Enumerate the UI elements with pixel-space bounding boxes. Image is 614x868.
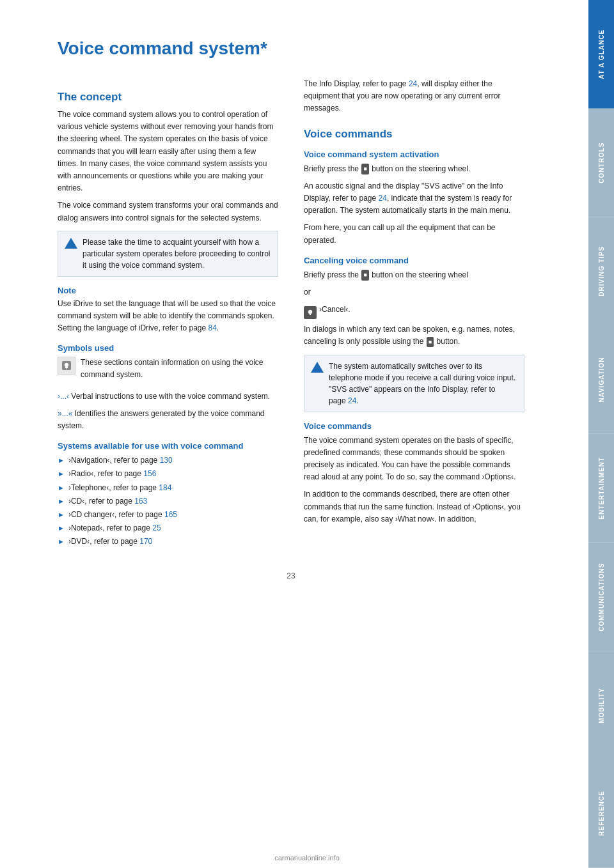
list-item: ► ›Notepad‹, refer to page 25 [58,522,278,534]
right-sidebar: At a glance Controls Driving tips Naviga… [588,0,614,868]
concept-body-1: The voice command system allows you to c… [58,109,278,194]
note-body: Use iDrive to set the language that will… [58,298,278,335]
sidebar-tab-controls[interactable]: Controls [588,109,614,217]
activation-body-1: Briefly press the ■ button on the steeri… [304,163,524,175]
page-main-title: Voice command system* [58,38,524,59]
watermark: carmanualonline.info [274,854,340,862]
canceling-body-2: In dialogs in which any text can be spok… [304,323,524,348]
mic-symbol-box [58,357,75,375]
voice-commands-title: Voice commands [304,128,524,141]
bullet-arrow: ► [58,455,65,467]
sidebar-tab-at-a-glance[interactable]: At a glance [588,0,614,109]
list-item: ► ›CD‹, refer to page 163 [58,495,278,508]
canceling-or: or [304,286,524,298]
cancel-row: ›Cancel‹. [304,304,524,321]
systems-list: ► ›Navigation‹, refer to page 130 ► ›Rad… [58,454,278,548]
concept-title: The concept [58,91,278,104]
page-number: 23 [58,571,524,593]
info-display-text: The Info Display, refer to page 24, will… [304,78,524,115]
activation-body-2: An acoustic signal and the display "SVS … [304,180,524,217]
bullet-arrow: ► [58,523,65,534]
canceling-title: Canceling voice command [304,256,524,265]
bullet-arrow: ► [58,536,65,548]
sidebar-tab-mobility[interactable]: Mobility [588,651,614,760]
bullet-arrow: ► [58,469,65,480]
notice-text-1: Please take the time to acquaint yoursel… [83,236,271,271]
two-column-layout: The concept The voice command system all… [58,78,524,552]
main-content: Voice command system* The concept The vo… [0,0,550,868]
vc-body-2: In addition to the commands described, t… [304,488,524,525]
sidebar-tab-entertainment[interactable]: Entertainment [588,434,614,543]
note-page-link: 84 [208,323,216,332]
activation-title: Voice command system activation [304,150,524,159]
bullet-arrow: ► [58,496,65,508]
concept-body-2: The voice command system transforms your… [58,199,278,224]
steering-button-icon-3: ■ [427,337,434,347]
left-column: The concept The voice command system all… [58,78,278,552]
notice-text-2: The system automatically switches over t… [329,360,517,407]
cancel-command: ›Cancel‹. [319,304,350,316]
symbol-text-2: ›...‹ Verbal instructions to use with th… [58,391,278,403]
note-title: Note [58,286,278,295]
notice-triangle-icon [65,238,77,249]
vc-body-1: The voice command system operates on the… [304,435,524,484]
steering-button-icon-2: ■ [361,270,368,280]
symbol-text-3: »...« Identifies the answers generated b… [58,408,278,432]
notice-box-1: Please take the time to acquaint yoursel… [58,231,278,277]
cancel-mic-svg [306,308,315,317]
sidebar-tab-reference[interactable]: Reference [588,759,614,868]
list-item: ► ›DVD‹, refer to page 170 [58,536,278,548]
cancel-mic-icon [304,306,317,319]
svg-rect-5 [310,314,311,315]
list-item: ► ›Navigation‹, refer to page 130 [58,454,278,467]
symbol-row-1: These sections contain information on us… [58,357,278,386]
sidebar-tab-driving-tips[interactable]: Driving tips [588,217,614,326]
notice-box-2: The system automatically switches over t… [304,355,524,412]
notice-triangle-icon-2 [311,362,324,373]
symbols-title: Symbols used [58,343,278,353]
bullet-arrow: ► [58,483,65,494]
svg-rect-3 [67,368,67,369]
right-column: The Info Display, refer to page 24, will… [304,78,524,552]
svg-point-4 [308,310,312,314]
page-container: Voice command system* The concept The vo… [0,0,614,868]
svg-point-1 [65,363,68,367]
symbol-text-1: These sections contain information on us… [81,357,278,381]
bullet-arrow: ► [58,509,65,521]
mic-icon [61,360,72,371]
list-item: ► ›Radio‹, refer to page 156 [58,468,278,480]
voice-commands-2-title: Voice commands [304,421,524,431]
svg-rect-2 [65,367,68,368]
list-item: ► ›CD changer‹, refer to page 165 [58,509,278,521]
canceling-body-1: Briefly press the ■ button on the steeri… [304,269,524,281]
steering-button-icon: ■ [361,164,368,174]
sidebar-tab-communications[interactable]: Communications [588,543,614,651]
list-item: ► ›Telephone‹, refer to page 184 [58,482,278,494]
systems-title: Systems available for use with voice com… [58,441,278,451]
sidebar-tab-navigation[interactable]: Navigation [588,325,614,434]
activation-body-3: From here, you can call up all the equip… [304,222,524,246]
